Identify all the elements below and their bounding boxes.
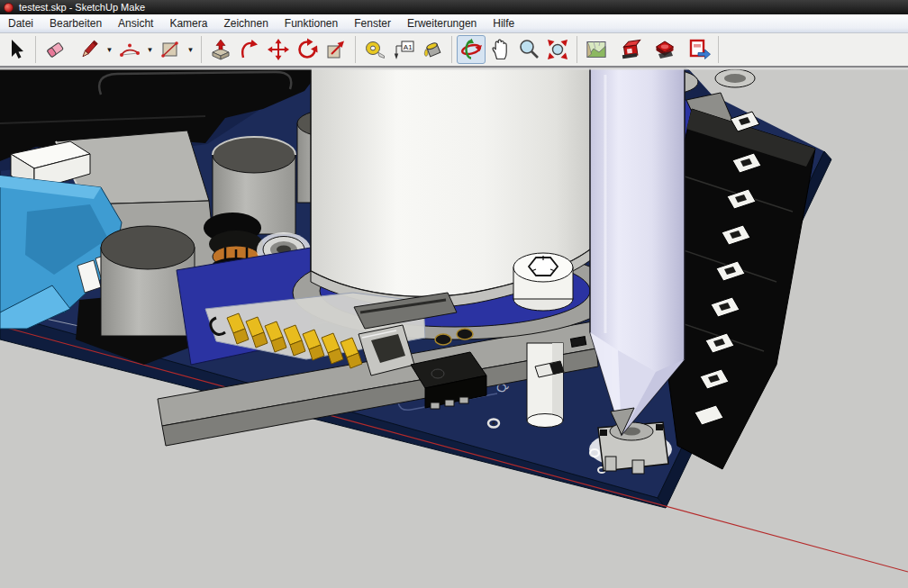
toolbar-separator	[355, 36, 356, 63]
menu-bar: Datei Bearbeiten Ansicht Kamera Zeichnen…	[0, 14, 908, 33]
arc-icon	[118, 38, 141, 61]
menu-hilfe[interactable]: Hilfe	[485, 14, 522, 32]
rectangle-tool-dropdown[interactable]: ▼	[185, 36, 196, 63]
orbit-tool-button[interactable]	[457, 35, 486, 64]
send-to-layout-button[interactable]	[685, 35, 713, 64]
arc-tool-dropdown[interactable]: ▼	[144, 36, 156, 63]
3d-warehouse-icon	[619, 38, 642, 61]
paint-bucket-tool-button[interactable]	[418, 35, 447, 64]
sketchup-logo-icon	[4, 3, 14, 13]
arc-tool-button[interactable]	[115, 35, 144, 64]
menu-zeichnen[interactable]: Zeichnen	[215, 14, 276, 32]
toolbar-separator	[35, 36, 36, 63]
menu-datei[interactable]: Datei	[0, 14, 41, 32]
line-tool-button[interactable]	[75, 35, 104, 64]
rectangle-icon	[159, 38, 182, 61]
window-titlebar: testest.skp - SketchUp Make	[0, 0, 908, 14]
push-pull-tool-button[interactable]	[206, 35, 235, 64]
follow-me-icon	[238, 38, 261, 61]
viewport-3d[interactable]: C4 Q1	[0, 68, 908, 588]
svg-text:A1: A1	[404, 43, 413, 51]
scale-tool-button[interactable]	[322, 35, 350, 64]
toolbar-separator	[577, 36, 577, 63]
add-location-map-icon	[585, 38, 608, 61]
menu-erweiterungen[interactable]: Erweiterungen	[399, 14, 485, 32]
scale-icon	[324, 38, 348, 61]
warehouse-3d-button[interactable]	[616, 35, 645, 64]
paint-bucket-icon	[421, 38, 444, 61]
zoom-extents-tool-button[interactable]	[543, 35, 572, 64]
rotate-icon	[295, 38, 319, 61]
add-location-button[interactable]	[582, 35, 611, 64]
extension-warehouse-icon	[653, 38, 676, 61]
toolbar: ▼ ▼ ▼ A1	[0, 33, 908, 68]
toolbar-separator	[451, 36, 452, 63]
text-tool-button[interactable]: A1	[389, 35, 418, 64]
menu-funktionen[interactable]: Funktionen	[277, 14, 346, 32]
eraser-tool-button[interactable]	[41, 35, 69, 64]
zoom-icon	[517, 38, 540, 61]
pan-icon	[488, 38, 512, 61]
follow-me-tool-button[interactable]	[235, 35, 264, 64]
menu-bearbeiten[interactable]: Bearbeiten	[41, 14, 110, 32]
zoom-tool-button[interactable]	[514, 35, 543, 64]
standoff-post	[527, 343, 563, 428]
toolbar-separator	[201, 36, 202, 63]
push-pull-icon	[209, 38, 232, 61]
text-icon: A1	[392, 38, 415, 61]
model-scene: C4 Q1	[0, 68, 908, 588]
viewport-top-edge	[0, 68, 908, 70]
menu-ansicht[interactable]: Ansicht	[110, 14, 161, 32]
extension-warehouse-button[interactable]	[650, 35, 679, 64]
menu-kamera[interactable]: Kamera	[161, 14, 215, 32]
tape-measure-tool-button[interactable]	[360, 35, 389, 64]
line-tool-dropdown[interactable]: ▼	[104, 36, 115, 63]
select-tool-button[interactable]	[2, 35, 31, 64]
tape-measure-icon	[363, 38, 386, 61]
move-tool-button[interactable]	[264, 35, 293, 64]
menu-fenster[interactable]: Fenster	[346, 14, 399, 32]
select-icon	[5, 38, 28, 61]
zoom-extents-icon	[546, 38, 569, 61]
rotate-tool-button[interactable]	[293, 35, 322, 64]
send-to-layout-icon	[687, 38, 711, 61]
hex-screw	[513, 253, 573, 311]
orbit-icon	[459, 38, 483, 61]
eraser-icon	[43, 38, 67, 61]
pan-tool-button[interactable]	[486, 35, 514, 64]
subboard-standoff-ring	[715, 69, 755, 87]
window-title: testest.skp - SketchUp Make	[19, 0, 145, 14]
toolbar-separator	[718, 36, 719, 63]
rectangle-tool-button[interactable]	[156, 35, 185, 64]
move-icon	[267, 38, 290, 61]
pencil-icon	[77, 38, 101, 61]
